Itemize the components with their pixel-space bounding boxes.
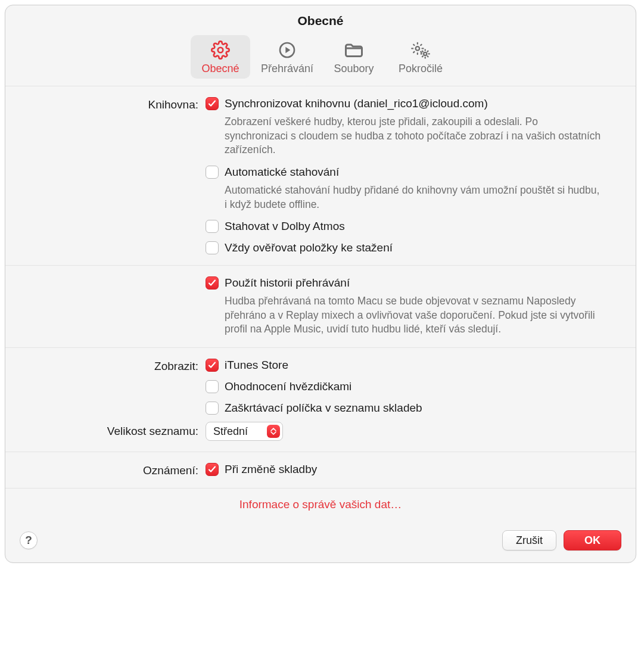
dolby-atmos-label: Stahovat v Dolby Atmos bbox=[225, 220, 345, 233]
svg-point-0 bbox=[218, 48, 223, 53]
toolbar: Obecné Přehrávání Soubory Pokr bbox=[5, 32, 636, 86]
checkbox-auto-download[interactable] bbox=[206, 166, 219, 179]
gears-icon bbox=[410, 40, 431, 60]
sync-library-desc: Zobrazení veškeré hudby, kterou jste při… bbox=[206, 115, 603, 157]
section-library: Knihovna: Synchronizovat knihovnu (danie… bbox=[5, 86, 636, 265]
section-history: Použít historii přehrávání Hudba přehráv… bbox=[5, 265, 636, 347]
checkbox-dolby-atmos[interactable] bbox=[206, 220, 219, 233]
cancel-button[interactable]: Zrušit bbox=[502, 530, 556, 550]
svg-marker-2 bbox=[285, 47, 290, 54]
listsize-select[interactable]: Střední bbox=[206, 422, 283, 441]
checkbox-itunes-store[interactable] bbox=[206, 359, 219, 372]
on-song-change-label: Při změně skladby bbox=[225, 463, 317, 476]
tab-label: Přehrávání bbox=[261, 63, 313, 75]
song-checkboxes-label: Zaškrtávací políčka v seznamu skladeb bbox=[225, 402, 422, 415]
checkbox-on-song-change[interactable] bbox=[206, 463, 219, 476]
section-listsize: Velikost seznamu: Střední bbox=[5, 418, 636, 452]
data-management-link[interactable]: Informace o správě vašich dat… bbox=[239, 498, 402, 511]
footer: ? Zrušit OK bbox=[5, 522, 636, 562]
help-button[interactable]: ? bbox=[20, 531, 38, 549]
itunes-store-label: iTunes Store bbox=[225, 359, 288, 372]
checkbox-sync-library[interactable] bbox=[206, 97, 219, 110]
checkbox-verify-downloads[interactable] bbox=[206, 241, 219, 254]
gear-icon bbox=[211, 40, 230, 60]
tab-label: Soubory bbox=[334, 63, 374, 75]
data-management-row: Informace o správě vašich dat… bbox=[5, 488, 636, 522]
titlebar: Obecné bbox=[5, 5, 636, 32]
select-caret-icon bbox=[267, 425, 280, 438]
auto-download-desc: Automatické stahování hudby přidané do k… bbox=[206, 183, 603, 211]
tab-advanced[interactable]: Pokročilé bbox=[391, 35, 450, 79]
folder-icon bbox=[343, 40, 365, 60]
tab-files[interactable]: Soubory bbox=[324, 35, 384, 79]
play-circle-icon bbox=[278, 40, 297, 60]
svg-point-5 bbox=[424, 52, 427, 55]
star-ratings-label: Ohodnocení hvězdičkami bbox=[225, 380, 351, 393]
section-show: Zobrazit: iTunes Store Ohod bbox=[5, 347, 636, 418]
ok-button[interactable]: OK bbox=[564, 530, 621, 550]
notifications-heading: Oznámení: bbox=[20, 463, 198, 477]
checkbox-song-checkboxes[interactable] bbox=[206, 402, 219, 415]
window-title: Obecné bbox=[297, 14, 343, 27]
tab-general[interactable]: Obecné bbox=[191, 35, 250, 79]
tab-label: Pokročilé bbox=[399, 63, 443, 75]
tab-label: Obecné bbox=[201, 63, 239, 75]
content: Knihovna: Synchronizovat knihovnu (danie… bbox=[5, 86, 636, 522]
use-history-desc: Hudba přehrávaná na tomto Macu se bude o… bbox=[206, 294, 603, 337]
verify-downloads-label: Vždy ověřovat položky ke stažení bbox=[225, 241, 393, 254]
checkbox-use-history[interactable] bbox=[206, 276, 219, 290]
preferences-window: Obecné Obecné Přehrávání Soubory bbox=[5, 5, 636, 563]
auto-download-label: Automatické stahování bbox=[225, 166, 339, 179]
show-heading: Zobrazit: bbox=[20, 359, 198, 415]
use-history-label: Použít historii přehrávání bbox=[225, 276, 350, 290]
sync-library-label: Synchronizovat knihovnu (daniel_rico1@ic… bbox=[225, 97, 488, 110]
listsize-heading: Velikost seznamu: bbox=[20, 422, 198, 441]
svg-point-4 bbox=[416, 46, 419, 50]
listsize-value: Střední bbox=[213, 425, 248, 438]
checkbox-star-ratings[interactable] bbox=[206, 380, 219, 393]
tab-playback[interactable]: Přehrávání bbox=[257, 35, 317, 79]
section-notifications: Oznámení: Při změně skladby bbox=[5, 452, 636, 488]
library-heading: Knihovna: bbox=[20, 97, 198, 254]
